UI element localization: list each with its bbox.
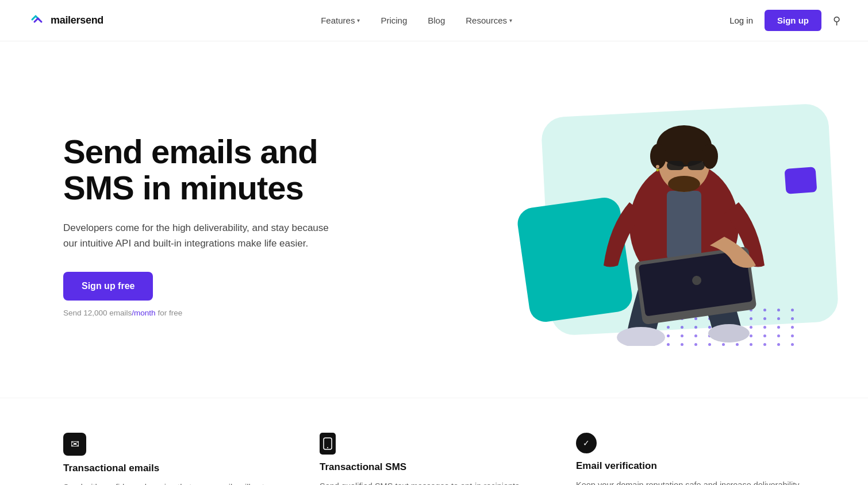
svg-point-18 [327,447,328,448]
hero-title: Send emails and SMS in minutes [63,133,339,207]
verification-title: Email verification [576,460,805,472]
nav-links: Features ▾ Pricing Blog Resources ▾ [321,16,512,25]
resources-chevron: ▾ [509,17,512,24]
nav-blog[interactable]: Blog [428,16,445,25]
nav-actions: Log in Sign up ⚲ [729,10,840,31]
features-section: ✉ Transactional emails Send with confide… [0,398,868,485]
person-svg [586,99,782,346]
brand-name: mailersend [51,14,103,26]
hero-note: Send 12,000 emails/month for free [63,309,339,317]
dot [791,343,794,346]
dot [791,334,794,337]
svg-rect-7 [667,161,684,170]
svg-point-11 [656,169,659,171]
hero-illustration [489,87,822,363]
sms-title: Transactional SMS [320,461,548,473]
features-chevron: ▾ [357,17,360,24]
feature-verification: ✓ Email verification Keep your domain re… [576,433,805,485]
svg-point-10 [656,165,659,168]
verification-icon: ✓ [576,433,597,453]
svg-rect-1 [667,191,701,260]
nav-resources[interactable]: Resources ▾ [466,16,512,25]
verification-desc: Keep your domain reputation safe and inc… [576,479,805,485]
sms-desc: Send qualified SMS text messages to opt-… [320,480,548,485]
svg-point-13 [708,324,750,342]
nav-features[interactable]: Features ▾ [321,16,360,25]
signup-button[interactable]: Sign up [765,10,821,31]
sms-icon [320,433,336,455]
emails-title: Transactional emails [63,463,292,474]
hero-subtitle: Developers come for the high deliverabil… [63,220,339,251]
hero-section: Send emails and SMS in minutes Developer… [0,41,868,398]
emails-icon: ✉ [63,433,86,456]
dot [791,309,794,311]
search-icon[interactable]: ⚲ [833,14,840,27]
svg-point-12 [617,327,665,346]
logo-link[interactable]: mailersend [28,11,103,30]
feature-sms: Transactional SMS Send qualified SMS tex… [320,433,548,485]
svg-point-6 [668,176,700,192]
person-illustration [581,82,788,346]
svg-rect-8 [688,161,705,170]
nav-pricing[interactable]: Pricing [381,16,407,25]
navbar: mailersend Features ▾ Pricing Blog Resou… [0,0,868,41]
cta-button[interactable]: Sign up free [63,272,153,301]
note-link[interactable]: /month [132,309,155,317]
logo-icon [28,11,46,30]
login-button[interactable]: Log in [729,16,753,25]
emails-desc: Send with confidence knowing that your e… [63,481,292,485]
hero-content: Send emails and SMS in minutes Developer… [63,133,339,318]
dot [791,326,794,329]
dot [791,317,794,320]
feature-emails: ✉ Transactional emails Send with confide… [63,433,292,485]
bg-shape-purple [785,167,817,194]
